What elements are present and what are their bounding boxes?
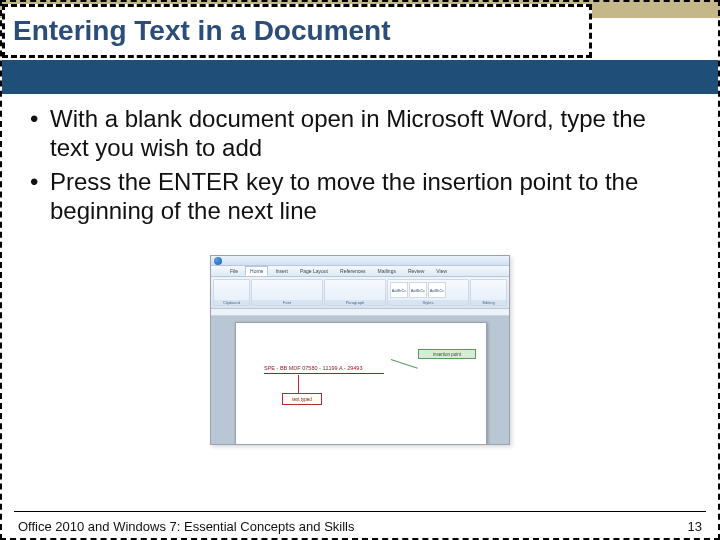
ribbon-group-label: Clipboard bbox=[214, 300, 249, 305]
ribbon-tab: Home bbox=[245, 266, 268, 276]
style-swatch: AaBbCc bbox=[409, 282, 427, 298]
footer-left: Office 2010 and Windows 7: Essential Con… bbox=[18, 519, 355, 534]
ribbon-tabs: File Home Insert Page Layout References … bbox=[211, 266, 509, 277]
bullet-item: Press the ENTER key to move the insertio… bbox=[26, 167, 686, 226]
ribbon-group: Paragraph bbox=[324, 279, 386, 306]
style-swatch: AaBbCc bbox=[428, 282, 446, 298]
ribbon-tab: References bbox=[335, 266, 371, 276]
styles-gallery: AaBbCc AaBbCc AaBbCc bbox=[388, 280, 468, 300]
footer: Office 2010 and Windows 7: Essential Con… bbox=[0, 519, 720, 534]
footer-rule bbox=[14, 511, 706, 512]
ribbon-group-label: Editing bbox=[471, 300, 506, 305]
ribbon-group-label: Font bbox=[252, 300, 322, 305]
typed-text: SPE - BB MDF 07580 - 11199 A - 29493 bbox=[264, 365, 362, 371]
ribbon-group-label: Paragraph bbox=[325, 300, 385, 305]
ribbon-tab: Page Layout bbox=[295, 266, 333, 276]
decor-blue-band bbox=[2, 60, 718, 94]
slide: Entering Text in a Document With a blank… bbox=[0, 0, 720, 540]
word-titlebar bbox=[211, 256, 509, 266]
style-swatch: AaBbCc bbox=[390, 282, 408, 298]
body-content: With a blank document open in Microsoft … bbox=[26, 104, 686, 229]
word-screenshot: File Home Insert Page Layout References … bbox=[210, 255, 510, 445]
ribbon-tab: View bbox=[431, 266, 452, 276]
callout-leader bbox=[391, 359, 418, 369]
bullet-item: With a blank document open in Microsoft … bbox=[26, 104, 686, 163]
ribbon-tab: Insert bbox=[270, 266, 293, 276]
ribbon-tab: Review bbox=[403, 266, 429, 276]
slide-title: Entering Text in a Document bbox=[13, 15, 391, 47]
callout-leader bbox=[298, 375, 299, 393]
ribbon-group: AaBbCc AaBbCc AaBbCc Styles bbox=[387, 279, 469, 306]
ribbon-group-label: Styles bbox=[388, 300, 468, 305]
ribbon-tab: File bbox=[225, 266, 243, 276]
document-page: SPE - BB MDF 07580 - 11199 A - 29493 ins… bbox=[235, 322, 487, 444]
ribbon-group: Font bbox=[251, 279, 323, 306]
ribbon: Clipboard Font Paragraph AaBbCc AaBbCc A… bbox=[211, 277, 509, 309]
ribbon-group: Clipboard bbox=[213, 279, 250, 306]
ruler bbox=[211, 309, 509, 316]
page-area: SPE - BB MDF 07580 - 11199 A - 29493 ins… bbox=[211, 316, 509, 444]
office-orb-icon bbox=[214, 257, 222, 265]
title-box: Entering Text in a Document bbox=[2, 4, 592, 58]
callout-insertion-point: insertion point bbox=[418, 349, 476, 359]
bullet-list: With a blank document open in Microsoft … bbox=[26, 104, 686, 225]
ribbon-group: Editing bbox=[470, 279, 507, 306]
typed-underline bbox=[264, 373, 384, 374]
callout-text-typed: text typed bbox=[282, 393, 322, 405]
page-number: 13 bbox=[688, 519, 702, 534]
ribbon-tab: Mailings bbox=[373, 266, 401, 276]
